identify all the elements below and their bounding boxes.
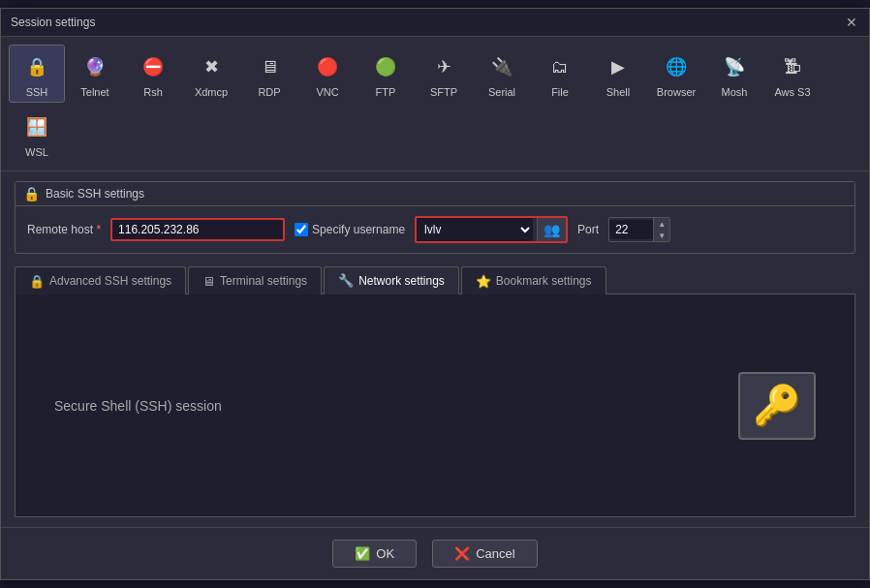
cancel-label: Cancel xyxy=(476,546,514,561)
protocol-toolbar: 🔒 SSH🔮 Telnet⛔ Rsh✖ Xdmcp🖥 RDP🔴 VNC🟢 FTP… xyxy=(1,37,869,171)
protocol-item-xdmcp[interactable]: ✖ Xdmcp xyxy=(183,45,239,103)
ok-button[interactable]: ✅ OK xyxy=(332,540,417,568)
port-label: Port xyxy=(577,223,599,236)
protocol-icon-sftp: ✈ xyxy=(426,49,461,84)
specify-username-checkbox[interactable] xyxy=(295,223,308,236)
cancel-button[interactable]: ❌ Cancel xyxy=(432,540,537,568)
tab-bookmark[interactable]: ⭐ Bookmark settings xyxy=(461,266,606,294)
required-star: * xyxy=(93,223,101,236)
protocol-icon-file: 🗂 xyxy=(543,49,577,84)
ssh-key-icon-box: 🔑 xyxy=(738,372,816,440)
tab-terminal[interactable]: 🖥 Terminal settings xyxy=(188,266,322,294)
session-settings-dialog: Session settings ✕ 🔒 SSH🔮 Telnet⛔ Rsh✖ X… xyxy=(0,8,870,580)
key-icon: 🔑 xyxy=(753,383,801,428)
tab-icon-terminal: 🖥 xyxy=(202,274,215,289)
protocol-item-sftp[interactable]: ✈ SFTP xyxy=(416,45,472,103)
protocol-item-rsh[interactable]: ⛔ Rsh xyxy=(125,45,181,103)
protocol-icon-rsh: ⛔ xyxy=(136,49,171,84)
title-bar: Session settings ✕ xyxy=(1,9,869,37)
protocol-label-xdmcp: Xdmcp xyxy=(195,86,228,98)
basic-settings-body: Remote host * Specify username lvlv 👥 Po… xyxy=(16,206,854,253)
protocol-item-vnc[interactable]: 🔴 VNC xyxy=(299,45,356,103)
protocol-icon-ftp: 🟢 xyxy=(368,49,403,84)
protocol-icon-ssh: 🔒 xyxy=(19,49,54,84)
protocol-icon-wsl: 🪟 xyxy=(19,109,54,144)
protocol-icon-vnc: 🔴 xyxy=(310,49,345,84)
port-input[interactable] xyxy=(609,220,653,239)
protocol-icon-rdp: 🖥 xyxy=(252,49,287,84)
protocol-label-serial: Serial xyxy=(488,86,515,98)
close-button[interactable]: ✕ xyxy=(844,15,859,30)
tab-label-advanced: Advanced SSH settings xyxy=(49,274,171,288)
specify-username-label: Specify username xyxy=(312,223,405,236)
tab-description: Secure Shell (SSH) session xyxy=(54,398,222,414)
port-spinner: ▲ ▼ xyxy=(653,218,669,241)
tab-bar: 🔒 Advanced SSH settings🖥 Terminal settin… xyxy=(15,265,855,294)
protocol-label-browser: Browser xyxy=(657,86,696,98)
protocol-icon-serial: 🔌 xyxy=(484,49,519,84)
protocol-icon-xdmcp: ✖ xyxy=(194,49,229,84)
ok-label: OK xyxy=(376,546,394,561)
tab-content: Secure Shell (SSH) session 🔑 xyxy=(15,294,855,517)
username-select[interactable]: lvlv xyxy=(417,218,533,241)
username-wrapper: lvlv 👥 xyxy=(415,216,568,243)
protocol-icon-shell: ▶ xyxy=(601,49,636,84)
protocol-label-telnet: Telnet xyxy=(80,86,109,98)
specify-username-checkbox-label[interactable]: Specify username xyxy=(295,223,405,236)
protocol-label-wsl: WSL xyxy=(25,146,48,158)
protocol-label-rdp: RDP xyxy=(258,86,280,98)
tab-label-bookmark: Bookmark settings xyxy=(496,274,592,288)
protocol-label-vnc: VNC xyxy=(316,86,338,98)
tab-label-network: Network settings xyxy=(358,274,445,288)
tab-icon-advanced: 🔒 xyxy=(29,274,45,289)
protocol-icon-awss3: 🗜 xyxy=(775,49,810,84)
user-manager-button[interactable]: 👥 xyxy=(537,218,566,241)
protocol-label-rsh: Rsh xyxy=(143,86,163,98)
protocol-item-shell[interactable]: ▶ Shell xyxy=(590,45,646,103)
protocol-item-file[interactable]: 🗂 File xyxy=(532,45,588,103)
protocol-item-ftp[interactable]: 🟢 FTP xyxy=(357,45,414,103)
tab-icon-network: 🔧 xyxy=(338,273,354,288)
basic-settings-title: Basic SSH settings xyxy=(46,187,144,201)
protocol-label-sftp: SFTP xyxy=(430,86,457,98)
protocol-item-browser[interactable]: 🌐 Browser xyxy=(648,45,704,103)
protocol-icon-telnet: 🔮 xyxy=(78,49,112,84)
bottom-bar: ✅ OK ❌ Cancel xyxy=(1,527,869,579)
tab-network[interactable]: 🔧 Network settings xyxy=(324,266,459,294)
protocol-item-wsl[interactable]: 🪟 WSL xyxy=(9,105,65,163)
protocol-label-shell: Shell xyxy=(606,86,630,98)
protocol-item-telnet[interactable]: 🔮 Telnet xyxy=(67,45,123,103)
cancel-icon: ❌ xyxy=(454,546,470,561)
protocol-label-awss3: Aws S3 xyxy=(774,86,810,98)
protocol-item-rdp[interactable]: 🖥 RDP xyxy=(241,45,297,103)
tab-advanced[interactable]: 🔒 Advanced SSH settings xyxy=(15,266,186,294)
basic-settings-header: 🔒 Basic SSH settings xyxy=(16,182,854,206)
port-input-wrapper: ▲ ▼ xyxy=(608,217,670,242)
protocol-label-mosh: Mosh xyxy=(722,86,748,98)
basic-settings-group: 🔒 Basic SSH settings Remote host * Speci… xyxy=(15,181,855,254)
ok-icon: ✅ xyxy=(355,546,370,561)
protocol-item-mosh[interactable]: 📡 Mosh xyxy=(706,45,762,103)
remote-host-input[interactable] xyxy=(110,218,285,241)
protocol-icon-browser: 🌐 xyxy=(659,49,694,84)
remote-host-label: Remote host * xyxy=(27,223,101,236)
port-up-button[interactable]: ▲ xyxy=(654,218,669,230)
tab-icon-bookmark: ⭐ xyxy=(476,274,491,289)
protocol-label-ssh: SSH xyxy=(26,86,48,98)
port-down-button[interactable]: ▼ xyxy=(654,230,669,241)
protocol-label-ftp: FTP xyxy=(376,86,396,98)
tab-label-terminal: Terminal settings xyxy=(220,274,307,288)
main-content: 🔒 Basic SSH settings Remote host * Speci… xyxy=(1,171,869,527)
protocol-item-ssh[interactable]: 🔒 SSH xyxy=(9,45,65,103)
dialog-title: Session settings xyxy=(11,15,95,29)
protocol-item-serial[interactable]: 🔌 Serial xyxy=(474,45,530,103)
ssh-icon-small: 🔒 xyxy=(23,186,40,201)
protocol-item-awss3[interactable]: 🗜 Aws S3 xyxy=(764,45,821,103)
protocol-label-file: File xyxy=(551,86,569,98)
protocol-icon-mosh: 📡 xyxy=(717,49,752,84)
